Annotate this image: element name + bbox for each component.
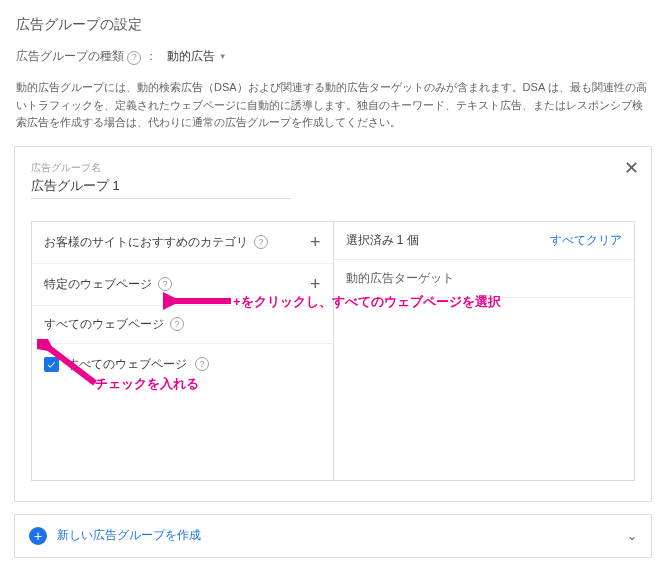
all-pages-checkbox-label: すべてのウェブページ	[67, 356, 187, 373]
help-icon[interactable]: ?	[170, 317, 184, 331]
caret-down-icon: ▼	[219, 52, 227, 61]
clear-all-link[interactable]: すべてクリア	[550, 232, 622, 249]
group-name-label: 広告グループ名	[31, 161, 635, 175]
plus-circle-icon: +	[29, 527, 47, 545]
ad-group-card: ✕ 広告グループ名 お客様のサイトにおすすめのカテゴリ ? + 特定のウェブペー…	[14, 146, 652, 502]
ad-group-type-row: 広告グループの種類 ? ： 動的広告 ▼	[16, 48, 652, 65]
help-icon[interactable]: ?	[195, 357, 209, 371]
group-name-input[interactable]	[31, 177, 291, 199]
targeting-left-column: お客様のサイトにおすすめのカテゴリ ? + 特定のウェブページ ? + すべての…	[32, 222, 334, 480]
type-label: 広告グループの種類 ? ：	[16, 48, 157, 65]
checkbox-checked-icon[interactable]	[44, 357, 59, 372]
all-pages-checkbox-row[interactable]: すべてのウェブページ ?	[32, 344, 333, 385]
row-all-pages[interactable]: すべてのウェブページ ?	[32, 306, 333, 344]
dynamic-target-label: 動的広告ターゲット	[334, 260, 635, 298]
row-recommended-categories[interactable]: お客様のサイトにおすすめのカテゴリ ? +	[32, 222, 333, 264]
help-icon[interactable]: ?	[158, 277, 172, 291]
selected-count: 選択済み 1 個	[346, 232, 419, 249]
type-value-dropdown[interactable]: 動的広告 ▼	[167, 48, 227, 65]
page-title: 広告グループの設定	[16, 16, 652, 34]
targeting-grid: お客様のサイトにおすすめのカテゴリ ? + 特定のウェブページ ? + すべての…	[31, 221, 635, 481]
targeting-right-column: 選択済み 1 個 すべてクリア 動的広告ターゲット	[334, 222, 635, 480]
new-ad-group-button[interactable]: + 新しい広告グループを作成 ⌄	[14, 514, 652, 558]
row-specific-pages[interactable]: 特定のウェブページ ? +	[32, 264, 333, 306]
description-text: 動的広告グループには、動的検索広告（DSA）および関連する動的広告ターゲットのみ…	[16, 79, 650, 132]
plus-icon[interactable]: +	[310, 232, 321, 253]
help-icon[interactable]: ?	[127, 51, 141, 65]
help-icon[interactable]: ?	[254, 235, 268, 249]
chevron-down-icon: ⌄	[627, 529, 637, 543]
close-icon[interactable]: ✕	[624, 157, 639, 179]
plus-icon[interactable]: +	[310, 274, 321, 295]
